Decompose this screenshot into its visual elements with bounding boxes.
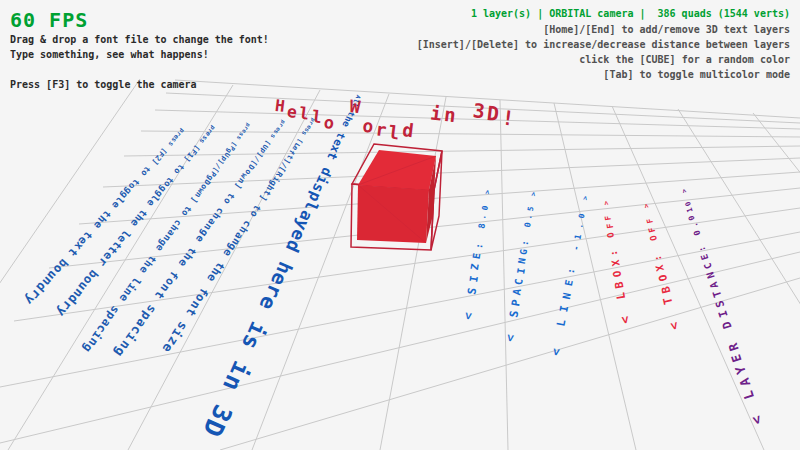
app-window: press[F2]totogglethetextboundrypress[F1]… <box>0 0 800 450</box>
red-cube[interactable] <box>0 0 800 450</box>
cube-top-face[interactable] <box>358 150 436 190</box>
cube-faces[interactable] <box>357 150 436 243</box>
cube-front-face[interactable] <box>357 185 429 243</box>
scene-viewport[interactable]: press[F2]totogglethetextboundrypress[F1]… <box>0 0 800 450</box>
